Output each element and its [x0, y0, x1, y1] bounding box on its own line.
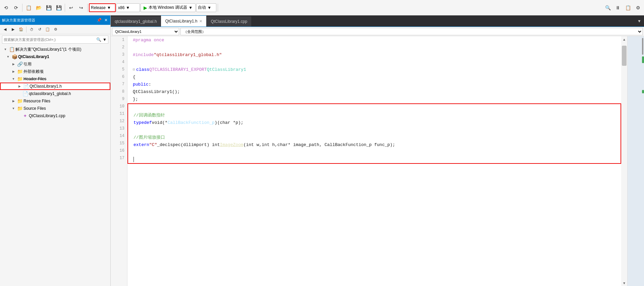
- fold-icon[interactable]: ⊟: [133, 67, 135, 72]
- h-file-icon: 📄: [23, 84, 29, 89]
- sep1: [22, 4, 22, 12]
- auto-dropdown[interactable]: 自动 ▼: [196, 3, 216, 12]
- se-search-btn[interactable]: ▼: [103, 37, 107, 42]
- code-token: )(char *p);: [215, 120, 244, 125]
- code-token: {: [133, 75, 136, 80]
- code-line-10: [128, 104, 621, 111]
- tab-global-h[interactable]: qtclasslibrary1_global.h: [111, 16, 161, 27]
- scroll-track[interactable]: [621, 42, 627, 280]
- expand-refs[interactable]: ▶: [11, 61, 16, 67]
- forward-btn[interactable]: ⟳: [11, 3, 21, 12]
- save-btn[interactable]: 💾: [44, 3, 53, 12]
- code-line-7: public:: [127, 81, 621, 88]
- tree-item-qtclasslibrary1h[interactable]: ▶ 📄 QtClassLibrary1.h: [0, 83, 110, 90]
- save-all-btn[interactable]: 💾: [54, 3, 63, 12]
- tab-overflow-btn[interactable]: ▼: [635, 19, 644, 23]
- bookmark-btn[interactable]: 🔍: [603, 3, 612, 12]
- se-home-btn[interactable]: 🏠: [17, 26, 25, 33]
- scroll-down-btn[interactable]: ▼: [621, 280, 627, 286]
- expand-solution[interactable]: ▼: [3, 47, 8, 52]
- configuration-dropdown[interactable]: Release ▼: [89, 3, 116, 12]
- expand-res[interactable]: ▶: [11, 98, 16, 104]
- sep3: [87, 4, 88, 12]
- tools-btn[interactable]: 📋: [623, 3, 633, 12]
- redo-btn[interactable]: ↪: [76, 3, 86, 12]
- ln-7: 7: [111, 81, 127, 88]
- tree-item-resources[interactable]: ▶ 📁 Resource Files: [0, 97, 110, 105]
- se-search-icon[interactable]: 🔍: [96, 37, 101, 42]
- tree-item-sources[interactable]: ▼ 📁 Source Files: [0, 105, 110, 112]
- code-line-3: #include "qtclasslibrary1_global.h": [127, 51, 621, 58]
- expand-src[interactable]: ▼: [11, 106, 16, 111]
- ln-2: 2: [111, 44, 127, 51]
- code-content[interactable]: #pragma once #include "qtclasslibrary1_g…: [127, 36, 621, 286]
- tree-item-global-h[interactable]: 📄 qtclasslibrary1_global.h: [0, 90, 110, 97]
- scroll-up-btn[interactable]: ▲: [621, 36, 627, 42]
- tab-close-h[interactable]: ✕: [199, 19, 202, 23]
- se-close-btn[interactable]: ✕: [104, 18, 108, 22]
- code-token: QtClassLibrary1: [207, 67, 246, 72]
- minimap-thumb[interactable]: [642, 38, 643, 55]
- new-project-btn[interactable]: 📋: [24, 3, 33, 12]
- se-search-bar[interactable]: 🔍 ▼: [2, 36, 108, 44]
- breakpoint-btn[interactable]: ⏸: [613, 3, 623, 12]
- run-button[interactable]: ▶ 本地 Windows 调试器 ▼: [141, 3, 196, 12]
- se-settings-btn[interactable]: ⚙: [52, 26, 59, 33]
- tree-item-solution[interactable]: ▼ 📋 解决方案"QtClassLibrary1"(1 个项目): [0, 46, 110, 53]
- se-pin-btn[interactable]: 📌: [96, 18, 102, 22]
- project-icon: 📦: [11, 54, 17, 59]
- code-line-1: #pragma once: [127, 36, 621, 44]
- se-forward-btn[interactable]: ▶: [9, 26, 17, 33]
- se-filter-btn[interactable]: ⏱: [28, 26, 35, 33]
- tab-global-h-label: qtclasslibrary1_global.h: [115, 19, 157, 24]
- code-token: "qtclasslibrary1_global.h": [154, 52, 222, 57]
- minimap-overlay: [628, 36, 644, 286]
- code-line-5: ⊟class QTCLASSLIBRARY1_EXPORT QtClassLib…: [127, 66, 621, 73]
- editor-nav-scope-select[interactable]: （全局范围）: [180, 28, 643, 35]
- tree-item-references[interactable]: ▶ 🔗 引用: [0, 60, 110, 68]
- undo-btn[interactable]: ↩: [66, 3, 76, 12]
- se-collapse-btn[interactable]: 📋: [44, 26, 51, 33]
- expand-project[interactable]: ▼: [5, 54, 11, 59]
- editor-area: qtclasslibrary1_global.h QtClassLibrary1…: [111, 15, 644, 286]
- expand-ext[interactable]: ▶: [11, 69, 16, 74]
- tab-classlibrary-h[interactable]: QtClassLibrary1.h ✕: [161, 15, 207, 27]
- code-line-14: //图片缩放接口: [128, 134, 621, 141]
- tree-item-ext-deps[interactable]: ▶ 📁 外部依赖项: [0, 68, 110, 75]
- code-line-13: [128, 126, 621, 134]
- sep4: [218, 4, 218, 12]
- text-cursor: [133, 157, 134, 162]
- tree-item-headers[interactable]: ▼ 📁 Header Files: [0, 75, 110, 83]
- tree-item-cpp[interactable]: ✦ QtClassLibrary1.cpp: [0, 112, 110, 120]
- code-token: class: [136, 67, 149, 72]
- play-icon: ▶: [144, 5, 147, 10]
- main-toolbar: ⟲ ⟳ 📋 📂 💾 💾 ↩ ↪ Release ▼ x86 ▼ ▶ 本地 Win…: [0, 0, 644, 15]
- se-search-input[interactable]: [4, 38, 95, 42]
- se-back-btn[interactable]: ◀: [1, 26, 9, 33]
- cpp-label: QtClassLibrary1.cpp: [29, 113, 65, 118]
- src-label: Source Files: [23, 106, 46, 111]
- ln-8: 8: [111, 88, 127, 95]
- project-label: QtClassLibrary1: [18, 54, 49, 59]
- run-label: 本地 Windows 调试器: [149, 5, 187, 10]
- se-refresh-btn[interactable]: ↺: [36, 26, 43, 33]
- expand-h[interactable]: ▶: [17, 84, 22, 89]
- ln-1: 1: [111, 36, 127, 44]
- editor-nav: QtClassLibrary1 （全局范围）: [111, 27, 644, 36]
- ln-10: 10: [111, 103, 127, 110]
- editor-nav-file-select[interactable]: QtClassLibrary1: [112, 28, 179, 35]
- tree-item-project[interactable]: ▼ 📦 QtClassLibrary1: [0, 53, 110, 60]
- code-token: //回调函数指针: [133, 112, 165, 118]
- code-token: "C": [149, 142, 157, 147]
- architecture-dropdown[interactable]: x86 ▼: [116, 3, 140, 12]
- ln-17: 17: [111, 154, 127, 162]
- open-btn[interactable]: 📂: [34, 3, 43, 12]
- scroll-thumb[interactable]: [622, 46, 627, 66]
- right-scrollbar[interactable]: ▲ ▼: [621, 36, 627, 286]
- back-btn[interactable]: ⟲: [1, 3, 11, 12]
- more-btn[interactable]: ⚙: [633, 3, 643, 12]
- ln-11: 11: [111, 110, 127, 117]
- tab-cpp[interactable]: QtClassLibrary1.cpp: [207, 16, 252, 27]
- headers-icon: 📁: [17, 76, 23, 82]
- expand-headers[interactable]: ▼: [11, 76, 16, 82]
